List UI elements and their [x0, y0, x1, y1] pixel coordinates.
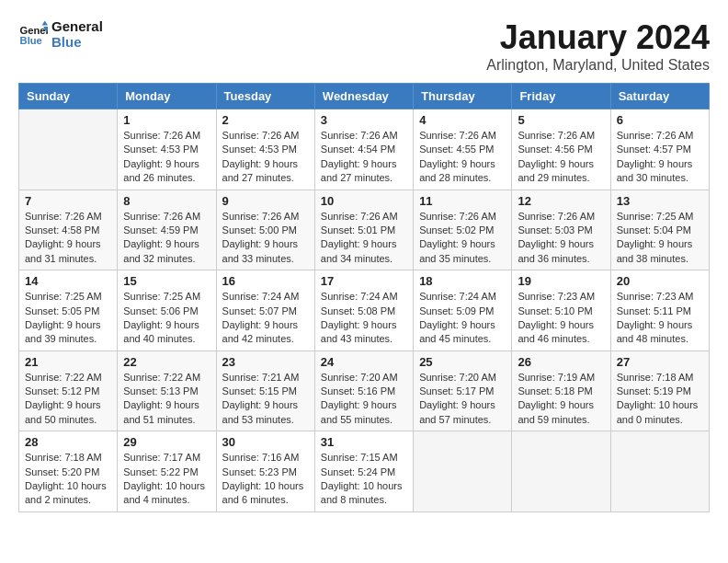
calendar-cell: 28Sunrise: 7:18 AM Sunset: 5:20 PM Dayli…: [19, 431, 118, 512]
calendar-cell: 16Sunrise: 7:24 AM Sunset: 5:07 PM Dayli…: [216, 270, 314, 351]
calendar-cell: 7Sunrise: 7:26 AM Sunset: 4:58 PM Daylig…: [19, 190, 118, 270]
cell-info: Sunrise: 7:19 AM Sunset: 5:18 PM Dayligh…: [518, 371, 604, 428]
calendar-subtitle: Arlington, Maryland, United States: [486, 57, 710, 74]
logo-line1: General: [51, 18, 103, 34]
calendar-cell: 15Sunrise: 7:25 AM Sunset: 5:06 PM Dayli…: [118, 270, 216, 351]
cell-info: Sunrise: 7:26 AM Sunset: 4:53 PM Dayligh…: [222, 129, 309, 186]
calendar-cell: 12Sunrise: 7:26 AM Sunset: 5:03 PM Dayli…: [512, 190, 610, 270]
cell-info: Sunrise: 7:18 AM Sunset: 5:19 PM Dayligh…: [617, 371, 703, 428]
calendar-cell: 3Sunrise: 7:26 AM Sunset: 4:54 PM Daylig…: [314, 109, 413, 190]
calendar-cell: 1Sunrise: 7:26 AM Sunset: 4:53 PM Daylig…: [118, 109, 216, 190]
calendar-cell: [512, 431, 610, 512]
cell-info: Sunrise: 7:23 AM Sunset: 5:11 PM Dayligh…: [617, 290, 703, 347]
cell-info: Sunrise: 7:24 AM Sunset: 5:08 PM Dayligh…: [321, 290, 407, 347]
calendar-cell: 6Sunrise: 7:26 AM Sunset: 4:57 PM Daylig…: [610, 109, 709, 190]
cell-info: Sunrise: 7:23 AM Sunset: 5:10 PM Dayligh…: [518, 290, 604, 347]
cell-day-number: 29: [123, 435, 210, 449]
calendar-cell: 22Sunrise: 7:22 AM Sunset: 5:13 PM Dayli…: [118, 350, 216, 431]
calendar-week-4: 21Sunrise: 7:22 AM Sunset: 5:12 PM Dayli…: [19, 350, 710, 431]
calendar-table: SundayMondayTuesdayWednesdayThursdayFrid…: [18, 83, 710, 512]
cell-info: Sunrise: 7:26 AM Sunset: 4:56 PM Dayligh…: [518, 129, 604, 186]
cell-info: Sunrise: 7:26 AM Sunset: 4:58 PM Dayligh…: [25, 210, 111, 267]
cell-day-number: 25: [419, 355, 506, 369]
cell-info: Sunrise: 7:26 AM Sunset: 5:00 PM Dayligh…: [222, 210, 309, 267]
calendar-header-saturday: Saturday: [610, 84, 709, 109]
cell-info: Sunrise: 7:15 AM Sunset: 5:24 PM Dayligh…: [321, 451, 407, 508]
cell-info: Sunrise: 7:25 AM Sunset: 5:04 PM Dayligh…: [617, 210, 703, 267]
cell-day-number: 10: [321, 194, 407, 208]
cell-day-number: 17: [321, 274, 407, 288]
cell-day-number: 5: [518, 113, 604, 127]
calendar-header-tuesday: Tuesday: [216, 84, 314, 109]
calendar-cell: 9Sunrise: 7:26 AM Sunset: 5:00 PM Daylig…: [216, 190, 314, 270]
cell-day-number: 1: [123, 113, 210, 127]
cell-info: Sunrise: 7:20 AM Sunset: 5:17 PM Dayligh…: [419, 371, 506, 428]
calendar-cell: 2Sunrise: 7:26 AM Sunset: 4:53 PM Daylig…: [216, 109, 314, 190]
calendar-body: 1Sunrise: 7:26 AM Sunset: 4:53 PM Daylig…: [19, 109, 710, 512]
calendar-cell: 5Sunrise: 7:26 AM Sunset: 4:56 PM Daylig…: [512, 109, 610, 190]
cell-info: Sunrise: 7:20 AM Sunset: 5:16 PM Dayligh…: [321, 371, 407, 428]
logo-icon: General Blue: [18, 19, 48, 49]
calendar-cell: 8Sunrise: 7:26 AM Sunset: 4:59 PM Daylig…: [118, 190, 216, 270]
cell-info: Sunrise: 7:26 AM Sunset: 5:01 PM Dayligh…: [321, 210, 407, 267]
cell-day-number: 26: [518, 355, 604, 369]
calendar-cell: 29Sunrise: 7:17 AM Sunset: 5:22 PM Dayli…: [118, 431, 216, 512]
cell-info: Sunrise: 7:16 AM Sunset: 5:23 PM Dayligh…: [222, 451, 309, 508]
svg-text:General: General: [20, 25, 48, 36]
cell-day-number: 22: [123, 355, 210, 369]
cell-day-number: 20: [617, 274, 703, 288]
calendar-cell: 30Sunrise: 7:16 AM Sunset: 5:23 PM Dayli…: [216, 431, 314, 512]
cell-info: Sunrise: 7:26 AM Sunset: 5:03 PM Dayligh…: [518, 210, 604, 267]
cell-info: Sunrise: 7:26 AM Sunset: 4:57 PM Dayligh…: [617, 129, 703, 186]
cell-info: Sunrise: 7:22 AM Sunset: 5:13 PM Dayligh…: [123, 371, 210, 428]
cell-info: Sunrise: 7:24 AM Sunset: 5:07 PM Dayligh…: [222, 290, 309, 347]
cell-info: Sunrise: 7:26 AM Sunset: 4:59 PM Dayligh…: [123, 210, 210, 267]
cell-info: Sunrise: 7:26 AM Sunset: 4:54 PM Dayligh…: [321, 129, 407, 186]
title-area: January 2024 Arlington, Maryland, United…: [486, 18, 710, 74]
cell-day-number: 16: [222, 274, 309, 288]
cell-day-number: 19: [518, 274, 604, 288]
cell-info: Sunrise: 7:18 AM Sunset: 5:20 PM Dayligh…: [25, 451, 111, 508]
cell-info: Sunrise: 7:24 AM Sunset: 5:09 PM Dayligh…: [419, 290, 506, 347]
calendar-title: January 2024: [486, 18, 710, 57]
cell-day-number: 23: [222, 355, 309, 369]
calendar-cell: 24Sunrise: 7:20 AM Sunset: 5:16 PM Dayli…: [314, 350, 413, 431]
svg-marker-2: [42, 21, 48, 26]
cell-day-number: 8: [123, 194, 210, 208]
cell-day-number: 11: [419, 194, 506, 208]
cell-day-number: 27: [617, 355, 703, 369]
calendar-cell: 27Sunrise: 7:18 AM Sunset: 5:19 PM Dayli…: [610, 350, 709, 431]
cell-day-number: 13: [617, 194, 703, 208]
calendar-cell: 4Sunrise: 7:26 AM Sunset: 4:55 PM Daylig…: [414, 109, 512, 190]
cell-day-number: 21: [25, 355, 111, 369]
calendar-cell: [610, 431, 709, 512]
cell-day-number: 2: [222, 113, 309, 127]
cell-info: Sunrise: 7:17 AM Sunset: 5:22 PM Dayligh…: [123, 451, 210, 508]
cell-day-number: 14: [25, 274, 111, 288]
cell-day-number: 12: [518, 194, 604, 208]
calendar-cell: 14Sunrise: 7:25 AM Sunset: 5:05 PM Dayli…: [19, 270, 118, 351]
calendar-week-2: 7Sunrise: 7:26 AM Sunset: 4:58 PM Daylig…: [19, 190, 710, 270]
calendar-cell: 19Sunrise: 7:23 AM Sunset: 5:10 PM Dayli…: [512, 270, 610, 351]
calendar-cell: 21Sunrise: 7:22 AM Sunset: 5:12 PM Dayli…: [19, 350, 118, 431]
calendar-cell: 20Sunrise: 7:23 AM Sunset: 5:11 PM Dayli…: [610, 270, 709, 351]
cell-info: Sunrise: 7:26 AM Sunset: 4:55 PM Dayligh…: [419, 129, 506, 186]
cell-info: Sunrise: 7:26 AM Sunset: 5:02 PM Dayligh…: [419, 210, 506, 267]
calendar-cell: [19, 109, 118, 190]
logo-line2: Blue: [51, 34, 103, 50]
calendar-header-row: SundayMondayTuesdayWednesdayThursdayFrid…: [19, 84, 710, 109]
calendar-header-wednesday: Wednesday: [314, 84, 413, 109]
logo: General Blue General Blue: [18, 18, 103, 50]
calendar-cell: 25Sunrise: 7:20 AM Sunset: 5:17 PM Dayli…: [414, 350, 512, 431]
cell-info: Sunrise: 7:21 AM Sunset: 5:15 PM Dayligh…: [222, 371, 309, 428]
calendar-cell: 18Sunrise: 7:24 AM Sunset: 5:09 PM Dayli…: [414, 270, 512, 351]
calendar-cell: 11Sunrise: 7:26 AM Sunset: 5:02 PM Dayli…: [414, 190, 512, 270]
calendar-cell: 26Sunrise: 7:19 AM Sunset: 5:18 PM Dayli…: [512, 350, 610, 431]
cell-day-number: 15: [123, 274, 210, 288]
cell-day-number: 7: [25, 194, 111, 208]
cell-day-number: 24: [321, 355, 407, 369]
calendar-cell: 10Sunrise: 7:26 AM Sunset: 5:01 PM Dayli…: [314, 190, 413, 270]
calendar-cell: 31Sunrise: 7:15 AM Sunset: 5:24 PM Dayli…: [314, 431, 413, 512]
calendar-cell: 23Sunrise: 7:21 AM Sunset: 5:15 PM Dayli…: [216, 350, 314, 431]
calendar-cell: 17Sunrise: 7:24 AM Sunset: 5:08 PM Dayli…: [314, 270, 413, 351]
